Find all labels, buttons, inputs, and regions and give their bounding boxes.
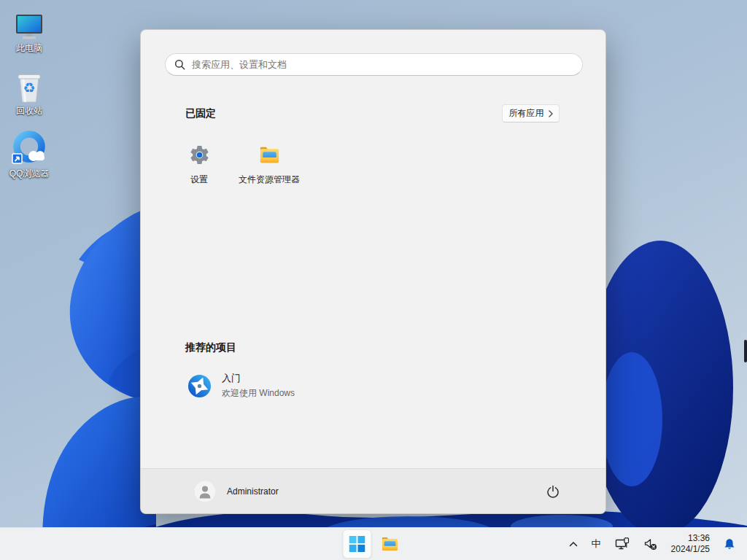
pinned-app-label: 文件资源管理器: [239, 174, 300, 186]
clock-time: 13:36: [671, 533, 710, 544]
recommended-item-title: 入门: [222, 372, 295, 385]
network-status-button[interactable]: [613, 535, 632, 553]
desktop-icon-this-pc[interactable]: 此电脑: [3, 6, 55, 53]
chevron-up-icon: [569, 541, 578, 547]
qq-browser-icon: [11, 131, 47, 166]
user-avatar: [195, 481, 215, 502]
username-label: Administrator: [227, 486, 279, 497]
power-icon: [546, 485, 560, 498]
desktop-icon-label: QQ浏览器: [9, 169, 50, 179]
clock[interactable]: 13:36 2024/1/25: [669, 531, 712, 557]
all-apps-label: 所有应用: [509, 107, 544, 120]
settings-gear-icon: [188, 144, 211, 166]
search-box[interactable]: [165, 53, 583, 76]
user-account-button[interactable]: Administrator: [189, 478, 285, 505]
this-pc-icon: [14, 6, 44, 41]
file-explorer-icon: [258, 144, 281, 166]
search-input[interactable]: [192, 59, 573, 70]
taskbar: 中 13:36 2024/1/25: [0, 527, 747, 560]
desktop-icon-list: 此电脑 ♻ 回收站 QQ浏览器: [3, 6, 55, 195]
taskbar-center: [343, 528, 405, 560]
ime-indicator[interactable]: 中: [589, 535, 603, 553]
recommended-section-header: 推荐的项目: [185, 341, 236, 354]
recommended-item-get-started[interactable]: 入门 欢迎使用 Windows: [176, 367, 395, 405]
pinned-app-settings[interactable]: 设置: [164, 137, 234, 200]
notification-bell-icon: [724, 538, 735, 551]
desktop-icon-label: 回收站: [16, 106, 42, 116]
start-menu: 已固定 所有应用 设置 文件资源管理器 推荐的项目: [140, 29, 606, 514]
taskbar-file-explorer-button[interactable]: [376, 529, 405, 559]
desktop-icon-recycle-bin[interactable]: ♻ 回收站: [3, 69, 55, 116]
clock-date: 2024/1/25: [671, 544, 710, 555]
windows-logo-icon: [349, 536, 365, 552]
notifications-button[interactable]: [721, 536, 738, 553]
hidden-icons-button[interactable]: [567, 539, 580, 549]
pinned-apps-grid: 设置 文件资源管理器: [164, 137, 304, 200]
search-icon: [174, 59, 185, 70]
power-button[interactable]: [541, 479, 565, 504]
pinned-app-file-explorer[interactable]: 文件资源管理器: [234, 137, 304, 200]
system-tray: 中 13:36 2024/1/25: [567, 528, 747, 560]
start-button[interactable]: [343, 529, 372, 559]
right-edge-scrollbar-thumb[interactable]: [744, 340, 747, 362]
all-apps-button[interactable]: 所有应用: [502, 104, 560, 122]
desktop-icon-qq-browser[interactable]: QQ浏览器: [3, 131, 55, 179]
chevron-right-icon: [549, 110, 553, 117]
recommended-item-subtitle: 欢迎使用 Windows: [222, 387, 295, 400]
ime-label: 中: [592, 537, 601, 551]
desktop-icon-label: 此电脑: [16, 44, 42, 53]
file-explorer-icon: [381, 534, 400, 553]
wired-network-icon: [615, 537, 630, 551]
get-started-icon: [187, 374, 212, 398]
start-menu-footer: Administrator: [141, 468, 605, 513]
volume-muted-button[interactable]: [641, 535, 659, 553]
recycle-bin-icon: ♻: [15, 69, 44, 104]
pinned-app-label: 设置: [190, 174, 208, 186]
speaker-muted-icon: [643, 537, 657, 551]
pinned-section-header: 已固定: [185, 107, 216, 120]
